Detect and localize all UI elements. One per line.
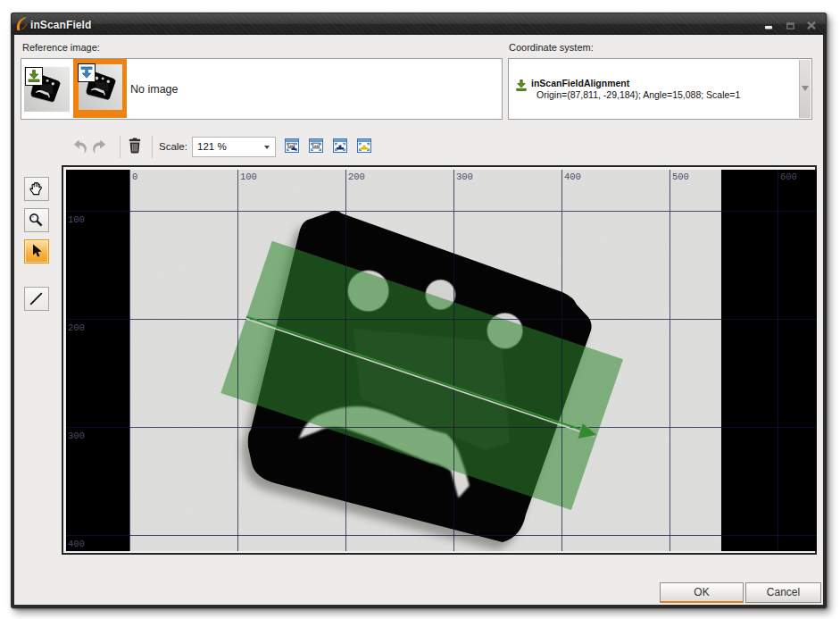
svg-text:200: 200 (68, 322, 85, 333)
svg-text:0: 0 (132, 171, 137, 182)
svg-text:100: 100 (240, 171, 257, 182)
svg-text:500: 500 (672, 171, 689, 182)
svg-text:400: 400 (68, 539, 85, 549)
svg-text:400: 400 (564, 171, 581, 182)
svg-text:600: 600 (780, 171, 797, 182)
svg-text:300: 300 (456, 171, 473, 182)
svg-text:200: 200 (348, 171, 365, 182)
svg-text:100: 100 (68, 214, 85, 225)
svg-text:300: 300 (68, 431, 85, 441)
